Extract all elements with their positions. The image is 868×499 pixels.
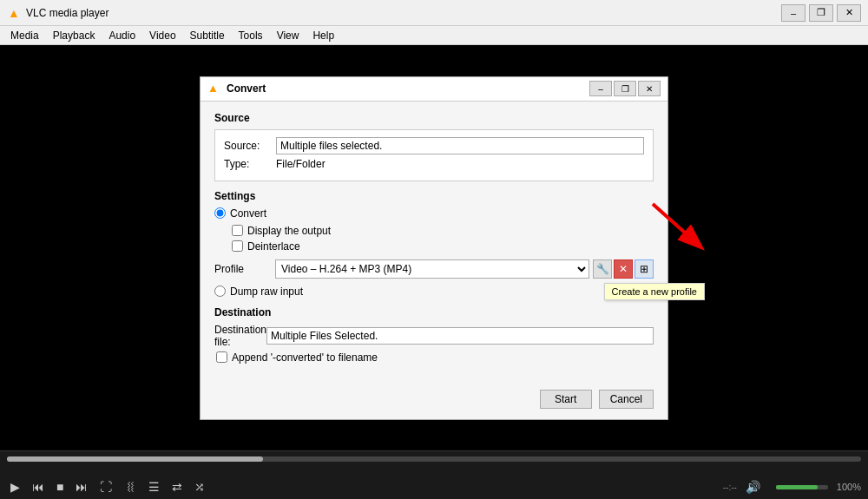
app-window: ▲ VLC media player – ❐ ✕ Media Playback …: [0, 0, 868, 499]
convert-radio[interactable]: [214, 207, 226, 219]
settings-section: Convert Display the output Deinterlace: [214, 207, 654, 298]
controls-left: ▶ ⏮ ■ ⏭ ⛶ ⧛ ☰ ⇄ ⤮: [7, 478, 208, 496]
dialog-content: Source Source: Type: File/Folder Setting…: [201, 102, 667, 383]
source-label: Source:: [224, 140, 276, 152]
append-label[interactable]: Append '-converted' to filename: [232, 351, 378, 364]
source-input[interactable]: [276, 137, 644, 154]
dialog-icon: ▲: [207, 82, 221, 95]
svg-line-1: [653, 204, 694, 241]
source-row: Source:: [224, 137, 644, 154]
volume-bar[interactable]: [776, 485, 828, 489]
extended-button[interactable]: ⧛: [121, 478, 140, 496]
cancel-button[interactable]: Cancel: [599, 390, 654, 409]
dialog-title: Convert: [227, 82, 589, 95]
dest-file-input[interactable]: [266, 327, 654, 345]
type-row: Type: File/Folder: [224, 158, 644, 170]
prev-button[interactable]: ⏮: [29, 478, 48, 496]
source-section-label: Source: [214, 112, 654, 124]
dump-raw-row: Dump raw input: [214, 286, 654, 298]
play-button[interactable]: ▶: [7, 478, 23, 496]
profile-label: Profile: [214, 263, 275, 275]
title-bar-controls: – ❐ ✕: [781, 4, 861, 22]
red-arrow-indicator: [644, 200, 713, 252]
new-profile-tooltip: Create a new profile: [604, 283, 705, 300]
profile-row: Profile Video – H.264 + MP3 (MP4) Video …: [214, 259, 654, 279]
menu-subtitle[interactable]: Subtitle: [183, 28, 232, 43]
append-row: Append '-converted' to filename: [216, 351, 654, 364]
dialog-controls: – ❐ ✕: [589, 81, 661, 96]
dialog-title-bar: ▲ Convert – ❐ ✕: [201, 77, 667, 102]
delete-profile-button[interactable]: ✕: [614, 259, 633, 279]
dialog-minimize-button[interactable]: –: [589, 81, 612, 96]
start-button[interactable]: Start: [540, 390, 592, 409]
dump-radio-label[interactable]: Dump raw input: [230, 286, 303, 298]
dialog-close-button[interactable]: ✕: [638, 81, 661, 96]
controls-row: ▶ ⏮ ■ ⏭ ⛶ ⧛ ☰ ⇄ ⤮ --:-- 🔊 100%: [7, 478, 861, 496]
profile-buttons: 🔧 ✕ ⊞ Create a new profile: [593, 259, 654, 279]
time-display: --:--: [723, 483, 737, 492]
progress-bar[interactable]: [7, 456, 861, 462]
settings-section-label: Settings: [214, 190, 654, 202]
convert-radio-row: Convert: [214, 207, 654, 220]
volume-fill: [776, 485, 818, 489]
stop-button[interactable]: ■: [53, 478, 67, 496]
volume-icon[interactable]: 🔊: [742, 478, 764, 496]
source-section: Source: Type: File/Folder: [214, 129, 654, 181]
progress-fill: [7, 456, 263, 462]
menu-media[interactable]: Media: [3, 28, 46, 43]
profile-select[interactable]: Video – H.264 + MP3 (MP4) Video – H.265 …: [275, 259, 589, 279]
convert-dialog: ▲ Convert – ❐ ✕ Source Source:: [200, 76, 668, 420]
loop-button[interactable]: ⇄: [168, 478, 186, 496]
volume-label: 100%: [837, 482, 861, 492]
deinterlace-label[interactable]: Deinterlace: [247, 240, 300, 253]
dest-file-label: Destination file:: [214, 324, 266, 348]
deinterlace-row: Deinterlace: [232, 240, 654, 253]
type-value: File/Folder: [276, 158, 326, 170]
menu-video[interactable]: Video: [142, 28, 182, 43]
playlist-button[interactable]: ☰: [145, 478, 163, 496]
fullscreen-button[interactable]: ⛶: [96, 478, 115, 496]
dest-file-row: Destination file:: [214, 324, 654, 348]
app-icon: ▲: [7, 6, 21, 20]
destination-section: Destination file: Append '-converted' to…: [214, 324, 654, 364]
restore-button[interactable]: ❐: [809, 4, 833, 22]
next-button[interactable]: ⏭: [72, 478, 91, 496]
deinterlace-checkbox[interactable]: [232, 240, 243, 252]
random-button[interactable]: ⤮: [191, 478, 208, 496]
new-profile-button[interactable]: ⊞ Create a new profile: [635, 259, 654, 279]
display-output-row: Display the output: [232, 225, 654, 237]
menu-tools[interactable]: Tools: [232, 28, 270, 43]
close-button[interactable]: ✕: [837, 4, 861, 22]
edit-profile-button[interactable]: 🔧: [593, 259, 612, 279]
append-checkbox[interactable]: [216, 351, 227, 363]
menu-bar: Media Playback Audio Video Subtitle Tool…: [0, 26, 868, 45]
menu-help[interactable]: Help: [306, 28, 341, 43]
menu-audio[interactable]: Audio: [102, 28, 142, 43]
volume-controls: --:-- 🔊 100%: [723, 478, 861, 496]
modal-overlay: ▲ Convert – ❐ ✕ Source Source:: [0, 45, 868, 450]
destination-section-label: Destination: [214, 306, 654, 318]
minimize-button[interactable]: –: [781, 4, 806, 22]
type-label: Type:: [224, 158, 276, 170]
menu-playback[interactable]: Playback: [46, 28, 102, 43]
display-output-checkbox[interactable]: [232, 225, 243, 236]
dialog-restore-button[interactable]: ❐: [614, 81, 636, 96]
dump-radio[interactable]: [214, 286, 226, 297]
convert-radio-label[interactable]: Convert: [230, 207, 266, 220]
display-output-label[interactable]: Display the output: [247, 225, 331, 237]
bottom-bar: ▶ ⏮ ■ ⏭ ⛶ ⧛ ☰ ⇄ ⤮ --:-- 🔊 100%: [0, 450, 868, 499]
dialog-footer: Start Cancel: [201, 383, 667, 419]
app-title: VLC media player: [26, 7, 781, 19]
title-bar: ▲ VLC media player – ❐ ✕: [0, 0, 868, 26]
menu-view[interactable]: View: [270, 28, 306, 43]
